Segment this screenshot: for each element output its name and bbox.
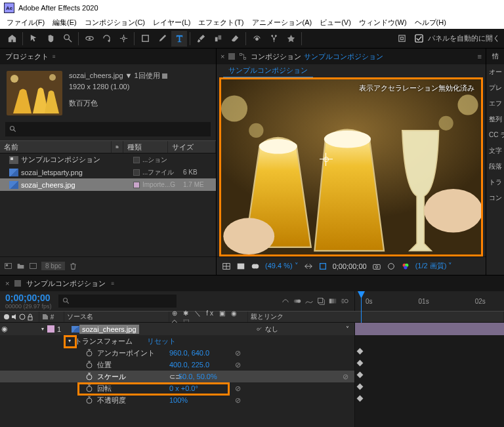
timeline-tab[interactable]: サンプルコンポジション bbox=[26, 279, 106, 289]
brush-tool-icon[interactable] bbox=[193, 31, 209, 47]
close-panel-icon[interactable]: × bbox=[220, 52, 224, 60]
delete-icon[interactable] bbox=[69, 262, 77, 270]
graph-icon[interactable] bbox=[304, 296, 314, 306]
pen-tool-icon[interactable] bbox=[154, 31, 170, 47]
flowchart-icon[interactable] bbox=[239, 52, 247, 60]
menu-anim[interactable]: アニメーション(A) bbox=[248, 16, 316, 29]
layer-bar[interactable] bbox=[355, 323, 504, 335]
selection-tool-icon[interactable] bbox=[26, 31, 41, 47]
timeline-track-area[interactable] bbox=[354, 323, 504, 427]
close-timeline-icon[interactable]: × bbox=[5, 279, 9, 287]
side-char-tab[interactable]: 文字 bbox=[486, 143, 504, 159]
grid-icon[interactable] bbox=[222, 262, 231, 271]
transform-group[interactable]: トランスフォーム bbox=[75, 336, 147, 346]
project-search-input[interactable] bbox=[5, 122, 211, 136]
menu-help[interactable]: ヘルプ(H) bbox=[411, 16, 450, 29]
prop-scale[interactable]: スケール bbox=[97, 372, 169, 382]
quality-dropdown[interactable]: (1/2 画質) ˅ bbox=[415, 261, 453, 271]
time-ruler[interactable]: 0s 01s 02s bbox=[354, 291, 504, 311]
viewer-comp-name[interactable]: サンプルコンポジション bbox=[304, 52, 383, 60]
link-icon[interactable]: ⊘ bbox=[235, 384, 247, 393]
side-audio-tab[interactable]: オー bbox=[486, 64, 504, 80]
auto-open-checkbox[interactable] bbox=[411, 31, 427, 47]
rect-tool-icon[interactable] bbox=[137, 31, 153, 47]
parent-dropdown[interactable]: なし˅ bbox=[253, 324, 352, 335]
frame-blend-icon[interactable] bbox=[328, 296, 337, 306]
side-tracker-tab[interactable]: トラ bbox=[486, 174, 504, 190]
visibility-toggle[interactable]: ◉ bbox=[0, 325, 9, 333]
resolution-icon[interactable] bbox=[304, 262, 313, 271]
snapshot-icon[interactable] bbox=[372, 262, 381, 271]
pan-behind-icon[interactable] bbox=[116, 31, 131, 47]
val-scale[interactable]: 50.0, 50.0% bbox=[178, 373, 217, 380]
side-align-tab[interactable]: 整列 bbox=[486, 112, 504, 127]
menu-view[interactable]: ビュー(V) bbox=[316, 16, 355, 29]
draft3d-icon[interactable] bbox=[316, 296, 326, 306]
composition-view[interactable]: 表示アクセラレーション無効化済み bbox=[219, 77, 483, 256]
pin-tool-icon[interactable] bbox=[283, 31, 299, 47]
menu-effect[interactable]: エフェクト(T) bbox=[194, 16, 247, 29]
panel-menu-icon[interactable]: ≡ bbox=[111, 281, 114, 287]
col-label[interactable] bbox=[112, 141, 123, 153]
col-type[interactable]: 種類 bbox=[123, 141, 168, 153]
project-item-comp[interactable]: サンプルコンポジション ...ション bbox=[0, 153, 216, 166]
layer-label-swatch[interactable] bbox=[47, 325, 54, 333]
menu-edit[interactable]: 編集(E) bbox=[49, 16, 81, 29]
val-position[interactable]: 400.0, 225.0 bbox=[169, 361, 235, 369]
eraser-tool-icon[interactable] bbox=[227, 31, 243, 47]
stopwatch-icon[interactable] bbox=[85, 361, 93, 369]
val-anchor[interactable]: 960.0, 640.0 bbox=[169, 349, 235, 357]
val-opacity[interactable]: 100% bbox=[169, 396, 235, 404]
link-icon[interactable]: ⊘ bbox=[235, 396, 247, 405]
link-icon[interactable]: ⊘ bbox=[235, 361, 247, 369]
home-icon[interactable] bbox=[4, 31, 20, 47]
layer-twirl-icon[interactable]: ▾ bbox=[39, 326, 46, 333]
side-preview-tab[interactable]: プレ bbox=[486, 80, 504, 96]
viewer-time[interactable]: 0;00;00;00 bbox=[333, 262, 367, 270]
viewer-tab[interactable]: サンプルコンポジション bbox=[223, 64, 313, 78]
col-source[interactable]: ソース名 bbox=[64, 312, 169, 322]
side-info-tab[interactable]: 情 bbox=[486, 49, 504, 64]
rotate-tool-icon[interactable] bbox=[98, 31, 114, 47]
mask-icon[interactable] bbox=[251, 262, 260, 271]
stopwatch-icon[interactable] bbox=[85, 396, 93, 404]
clone-tool-icon[interactable] bbox=[210, 31, 226, 47]
current-time[interactable]: 0;00;00;00 00000 (29.97 fps) bbox=[5, 293, 52, 310]
new-folder-icon[interactable] bbox=[16, 262, 25, 270]
stopwatch-icon[interactable] bbox=[85, 373, 93, 380]
prop-opacity[interactable]: 不透明度 bbox=[97, 396, 169, 405]
show-channel-icon[interactable] bbox=[387, 262, 396, 271]
type-tool-icon[interactable] bbox=[171, 31, 187, 47]
side-para-tab[interactable]: 段落 bbox=[486, 159, 504, 174]
new-comp-icon[interactable] bbox=[29, 262, 37, 270]
prop-position[interactable]: 位置 bbox=[97, 360, 169, 370]
blur-icon[interactable] bbox=[293, 296, 302, 306]
col-name[interactable]: 名前 bbox=[0, 141, 112, 153]
link-icon[interactable]: ⊘ bbox=[235, 349, 247, 357]
link-icon[interactable]: ⊘ bbox=[343, 373, 354, 381]
bpc-toggle[interactable]: 8 bpc bbox=[41, 262, 65, 270]
menu-window[interactable]: ウィンドウ(W) bbox=[355, 16, 411, 29]
orbit-tool-icon[interactable] bbox=[81, 31, 97, 47]
stopwatch-icon[interactable] bbox=[85, 349, 93, 357]
toggle-alpha-icon[interactable] bbox=[236, 262, 245, 271]
side-content-tab[interactable]: コン bbox=[486, 190, 504, 206]
layer-row-1[interactable]: ◉ ▾ 1 sozai_cheers.jpg なし˅ bbox=[0, 323, 354, 335]
interpret-icon[interactable] bbox=[4, 262, 12, 270]
shy-icon[interactable] bbox=[281, 296, 290, 306]
zoom-dropdown[interactable]: (49.4 %) ˅ bbox=[265, 262, 299, 270]
panel-menu-icon[interactable]: ≡ bbox=[52, 54, 56, 60]
col-size[interactable]: サイズ bbox=[168, 141, 216, 153]
timeline-search-input[interactable] bbox=[58, 295, 177, 308]
motion-blur-icon[interactable] bbox=[340, 296, 349, 306]
menu-layer[interactable]: レイヤー(L) bbox=[149, 16, 194, 29]
roi-icon[interactable] bbox=[318, 262, 327, 271]
prop-anchor[interactable]: アンカーポイント bbox=[97, 348, 169, 358]
zoom-tool-icon[interactable] bbox=[60, 31, 75, 47]
snap-icon[interactable] bbox=[394, 31, 410, 47]
constrain-icon[interactable]: ⊂⊃ bbox=[169, 373, 178, 381]
reset-link[interactable]: リセット bbox=[147, 336, 176, 346]
side-cc-tab[interactable]: CC ラ bbox=[486, 127, 504, 143]
project-item-png[interactable]: sozai_letsparty.png ...ファイル 6 KB bbox=[0, 166, 216, 178]
panel-menu-icon[interactable]: ≡ bbox=[478, 52, 482, 60]
